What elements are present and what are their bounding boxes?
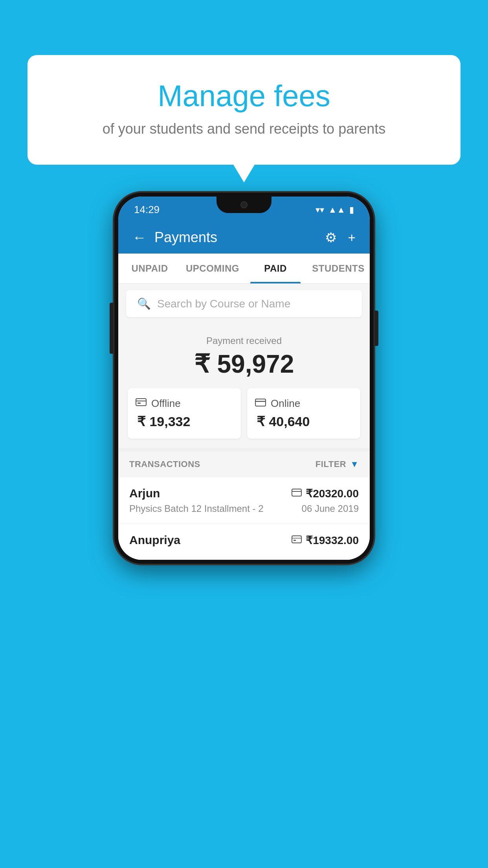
transaction-amount-area: ₹20320.00 [292,487,359,500]
online-card-header: Online [255,397,352,410]
wifi-icon: ▾▾ [316,205,324,215]
battery-icon: ▮ [349,205,354,215]
svg-rect-5 [292,489,301,496]
header-title: Payments [154,229,217,246]
transactions-label: TRANSACTIONS [129,459,200,469]
svg-rect-7 [292,536,301,543]
filter-label: FILTER [316,459,346,469]
settings-icon[interactable]: ⚙ [325,230,337,245]
transaction-amount-area: ₹19332.00 [292,534,359,547]
online-label: Online [271,397,300,410]
notch [216,197,272,213]
transaction-course: Physics Batch 12 Installment - 2 [129,503,263,514]
tab-unpaid[interactable]: UNPAID [118,254,181,283]
payment-summary: Payment received ₹ 59,972 [118,324,370,448]
transaction-date: 06 June 2019 [302,503,359,514]
add-icon[interactable]: + [348,230,356,245]
offline-card: Offline ₹ 19,332 [128,388,241,439]
phone-screen: 14:29 ▾▾ ▲▲ ▮ ← Payments ⚙ + [118,197,370,560]
transaction-amount: ₹19332.00 [306,534,359,547]
back-button[interactable]: ← [132,229,147,246]
svg-rect-0 [136,399,146,406]
filter-area[interactable]: FILTER ▼ [316,459,359,469]
filter-icon: ▼ [350,459,359,469]
search-container: 🔍 Search by Course or Name [118,284,370,324]
speech-bubble-container: Manage fees of your students and send re… [28,55,460,165]
camera [240,201,248,208]
status-icons: ▾▾ ▲▲ ▮ [316,205,354,215]
transaction-name: Arjun [129,487,160,500]
transactions-header: TRANSACTIONS FILTER ▼ [118,451,370,477]
online-icon [255,397,266,410]
search-bar[interactable]: 🔍 Search by Course or Name [126,290,362,317]
table-row[interactable]: Anupriya ₹19332.00 [118,524,370,560]
offline-amount: ₹ 19,332 [136,414,233,429]
search-icon: 🔍 [137,297,151,310]
speech-bubble: Manage fees of your students and send re… [28,55,460,165]
cash-payment-icon [292,535,302,546]
transaction-bottom-arjun: Physics Batch 12 Installment - 2 06 June… [129,503,359,514]
card-payment-icon [292,488,302,499]
status-time: 14:29 [134,204,160,216]
svg-rect-3 [255,399,266,406]
svg-rect-9 [294,540,296,541]
signal-icon: ▲▲ [328,205,345,215]
tab-paid[interactable]: PAID [244,254,307,283]
offline-card-header: Offline [136,397,233,410]
header-right: ⚙ + [325,230,356,245]
online-card: Online ₹ 40,640 [247,388,360,439]
payment-cards: Offline ₹ 19,332 Online [126,388,362,439]
transaction-top-anupriya: Anupriya ₹19332.00 [129,533,359,547]
transaction-top-arjun: Arjun ₹20320.00 [129,487,359,500]
app-header: ← Payments ⚙ + [118,221,370,254]
tabs-bar: UNPAID UPCOMING PAID STUDENTS [118,254,370,284]
offline-label: Offline [151,397,181,410]
bubble-subtitle: of your students and send receipts to pa… [47,121,441,137]
header-left: ← Payments [132,229,217,246]
svg-rect-2 [138,403,141,404]
phone-frame: 14:29 ▾▾ ▲▲ ▮ ← Payments ⚙ + [114,193,374,564]
bubble-title: Manage fees [47,79,441,113]
phone-container: 14:29 ▾▾ ▲▲ ▮ ← Payments ⚙ + [114,193,374,564]
search-placeholder: Search by Course or Name [157,298,290,310]
transaction-name: Anupriya [129,533,180,547]
online-amount: ₹ 40,640 [255,414,352,429]
offline-icon [136,397,147,410]
table-row[interactable]: Arjun ₹20320.00 Physics Batch 12 Install… [118,477,370,524]
transaction-amount: ₹20320.00 [306,487,359,500]
tab-students[interactable]: STUDENTS [307,254,370,283]
payment-received-label: Payment received [126,335,362,346]
tab-upcoming[interactable]: UPCOMING [181,254,244,283]
payment-total: ₹ 59,972 [126,349,362,379]
